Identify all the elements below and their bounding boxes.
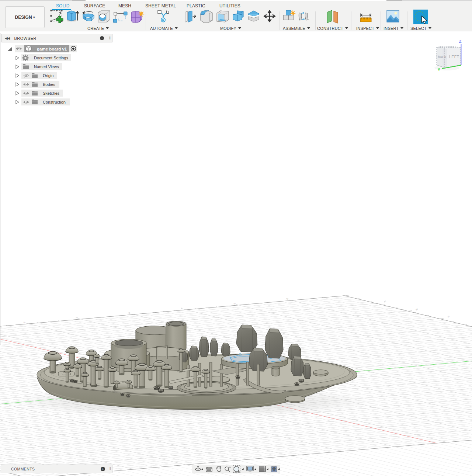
svg-text:50: 50 [233, 302, 236, 305]
svg-text:Origin: Origin [43, 73, 53, 78]
svg-text:LEFT: LEFT [449, 55, 459, 59]
svg-text:40: 40 [181, 307, 184, 310]
svg-text:Sketches: Sketches [43, 91, 60, 95]
svg-text:game board v1: game board v1 [37, 47, 67, 51]
svg-text:60: 60 [286, 297, 289, 300]
svg-text:Named Views: Named Views [34, 65, 59, 69]
svg-text:Document Settings: Document Settings [34, 56, 68, 60]
svg-text:40: 40 [447, 315, 450, 318]
svg-text:Construction: Construction [43, 100, 66, 104]
svg-text:10: 10 [23, 321, 26, 324]
svg-text:50: 50 [415, 308, 418, 311]
svg-text:30: 30 [128, 311, 131, 314]
svg-text:60: 60 [384, 300, 386, 303]
svg-text:Y: Y [438, 68, 440, 72]
svg-text:Bodies: Bodies [43, 82, 55, 87]
svg-text:BACK: BACK [438, 55, 447, 59]
svg-text:20: 20 [76, 316, 79, 319]
svg-text:Z: Z [459, 39, 462, 44]
